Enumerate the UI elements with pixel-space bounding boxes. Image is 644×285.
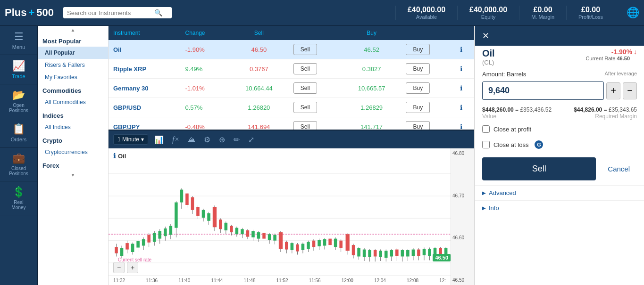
sell-button-oil[interactable]: Sell [293,44,317,55]
instrument-name-ripple[interactable]: Ripple XRP [113,65,146,73]
svg-rect-25 [164,228,167,236]
x-label-1: 11:36 [146,278,158,283]
svg-rect-9 [120,248,124,256]
chart-timeframe-selector[interactable]: 1 Minute ▾ [113,134,148,145]
candlestick-chart [109,158,451,276]
info-icon-gbpusd[interactable]: ℹ [460,104,462,111]
buy-button-oil[interactable]: Buy [406,44,430,55]
buy-button-gbpusd[interactable]: Buy [406,102,430,113]
sidebar-menu-label: Menu [12,44,25,50]
svg-rect-117 [417,250,420,256]
x-label-4: 11:48 [243,278,255,283]
svg-rect-61 [262,233,266,238]
svg-rect-93 [352,245,355,255]
sidebar-item-orders[interactable]: 📋 Orders [0,118,37,147]
chart-zoom-btns: − + [113,262,138,273]
advanced-row[interactable]: ▶ Advanced [475,185,644,200]
buy-button-ripple[interactable]: Buy [406,63,430,74]
sidebar-item-closed-positions[interactable]: 💼 Closed Positions [0,147,37,181]
svg-rect-7 [115,247,118,253]
sell-button-ripple[interactable]: Sell [293,63,317,74]
zoom-out-button[interactable]: − [113,262,125,273]
instrument-name-germany30[interactable]: Germany 30 [113,85,148,92]
amount-decrease-button[interactable]: − [623,82,637,99]
sell-main-button[interactable]: Sell [482,157,596,180]
buy-gbpusd: 1.26829 [360,104,383,111]
chart-content: ℹ Oil [109,148,474,285]
chart-tool-settings[interactable]: ⚙ [201,134,213,145]
sell-button-gbpusd[interactable]: Sell [293,102,317,113]
svg-rect-29 [175,203,178,228]
col-buy: Buy [342,26,401,40]
stat-available-label: Available [408,14,445,20]
main-body: ☰ Menu 📈 Trade 📂 Open Positions 📋 Orders… [0,26,644,285]
nav-item-all-commodities[interactable]: All Commodities [38,96,108,108]
chart-tool-draw[interactable]: ✏ [231,134,242,145]
svg-rect-105 [385,251,388,258]
info-row[interactable]: ▶ Info [475,200,644,215]
chart-tool-fx[interactable]: f× [170,134,182,145]
globe-icon[interactable]: 🌐 [627,7,639,19]
sidebar-item-real-money[interactable]: 💲 Real Money [0,181,37,215]
nav-section-indices: Indices [38,108,108,121]
nav-item-all-popular[interactable]: All Popular [38,47,108,59]
zoom-in-button[interactable]: + [127,262,138,273]
real-money-icon: 💲 [12,186,25,198]
sell-button-germany30[interactable]: Sell [293,82,317,94]
stat-margin-label: M. Margin [531,14,554,20]
close-panel-button[interactable]: ✕ [482,31,489,41]
close-at-loss-checkbox[interactable] [482,141,490,148]
nav-item-risers-fallers[interactable]: Risers & Fallers [38,59,108,71]
trade-actions: Sell Cancel [475,153,644,185]
search-icon[interactable]: 🔍 [154,9,162,16]
svg-rect-103 [379,251,382,257]
svg-rect-119 [423,249,426,255]
buy-button-gbpjpy[interactable]: Buy [406,121,430,130]
sell-button-gbpjpy[interactable]: Sell [293,121,317,130]
amount-input[interactable] [482,81,604,100]
x-label-10: 12: [439,278,446,283]
logo-text: Plus [5,7,26,19]
svg-rect-95 [357,248,360,257]
nav-section-most-popular: Most Popular [38,34,108,47]
info-icon-oil[interactable]: ℹ [460,46,462,53]
info-icon-gbpjpy[interactable]: ℹ [460,123,462,130]
nav-item-cryptocurrencies[interactable]: Cryptocurrencies [38,146,108,158]
nav-item-all-indices[interactable]: All Indices [38,121,108,133]
margin-gbp-amount: = £35,343.65 [604,106,637,113]
instrument-name-gbpjpy[interactable]: GBP/JPY [113,123,140,130]
sidebar-item-open-positions[interactable]: 📂 Open Positions [0,84,37,118]
amount-increase-button[interactable]: + [606,82,620,99]
nav-scroll-up[interactable]: ▲ [38,26,108,34]
search-input[interactable] [67,9,152,16]
search-box[interactable]: 🔍 [63,7,172,18]
nav-item-my-favorites[interactable]: My Favorites [38,71,108,83]
cancel-button[interactable]: Cancel [601,157,637,180]
nav-scroll-down[interactable]: ▼ [38,171,108,179]
close-at-profit-checkbox[interactable] [482,125,490,133]
current-rate-label: Current Rate [585,56,615,61]
sidebar-orders-label: Orders [11,137,27,142]
chart-tool-candle[interactable]: 📊 [152,134,166,145]
buy-button-germany30[interactable]: Buy [406,82,430,94]
svg-rect-79 [312,241,316,247]
chart-tool-expand[interactable]: ⤢ [246,134,257,145]
instrument-name-gbpusd[interactable]: GBP/USD [113,104,141,111]
margin-col: $44,826.00 = £35,343.65 Required Margin [574,106,637,120]
sidebar-item-menu[interactable]: ☰ Menu [0,26,37,55]
stat-pnl-label: Profit/Loss [578,14,603,20]
instrument-name-oil[interactable]: Oil [113,46,121,53]
svg-rect-37 [196,207,200,216]
asset-change: -1.90% ↓ [578,48,637,56]
chart-tool-mountain[interactable]: ⛰ [185,134,198,145]
info-icon-germany30[interactable]: ℹ [460,84,462,92]
info-icon-ripple[interactable]: ℹ [460,65,462,73]
col-sell-btn [289,26,342,40]
logo: Plus+500 [5,7,54,19]
svg-rect-51 [235,228,239,235]
buy-germany30: 10,665.57 [358,85,385,92]
chart-tool-crosshair[interactable]: ⊕ [217,134,227,145]
svg-rect-111 [401,250,404,257]
svg-rect-109 [395,250,399,256]
sidebar-item-trade[interactable]: 📈 Trade [0,55,37,84]
